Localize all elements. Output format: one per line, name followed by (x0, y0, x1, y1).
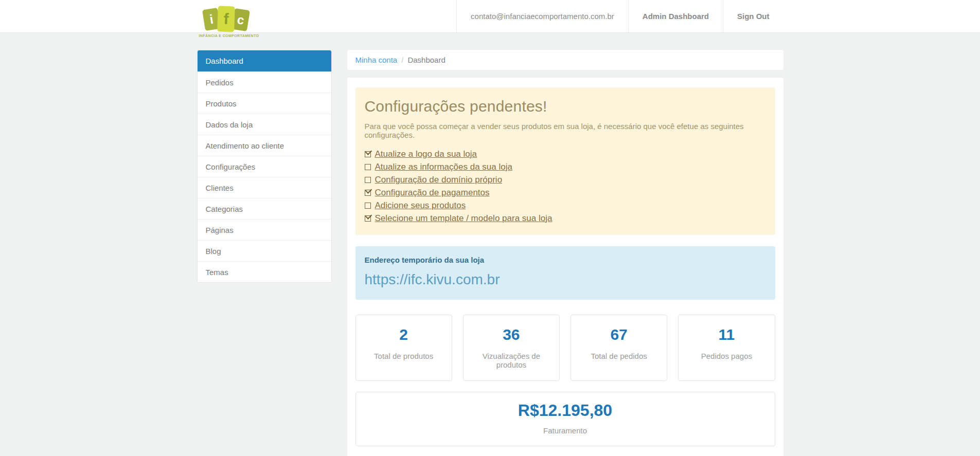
nav-admin-dashboard-link[interactable]: Admin Dashboard (628, 0, 723, 32)
checkbox-icon (365, 151, 371, 157)
top-header: i f c INFÂNCIA E COMPORTAMENTO contato@i… (0, 0, 980, 33)
sidebar-menu: Dashboard Pedidos Produtos Dados da loja… (197, 50, 332, 283)
sidebar-item-configuracoes[interactable]: Configurações (198, 156, 331, 177)
sidebar-item-produtos[interactable]: Produtos (198, 93, 331, 114)
task-selecione-template: Selecione um template / modelo para sua … (365, 212, 766, 225)
sidebar-item-label: Categorias (206, 205, 243, 213)
breadcrumb-separator: / (401, 56, 403, 64)
stat-total-de-pedidos: 67 Total de pedidos (571, 315, 667, 381)
stat-label: Vizualizações de produtos (468, 352, 555, 369)
alert-title: Configurações pendentes! (365, 98, 766, 115)
alert-description: Para que você possa começar a vender seu… (365, 122, 766, 139)
store-address-box: Endereço temporário da sua loja https://… (355, 246, 775, 300)
breadcrumb-minha-conta-link[interactable]: Minha conta (355, 56, 398, 64)
stat-total-de-produtos: 2 Total de produtos (355, 315, 452, 381)
sidebar-item-dashboard[interactable]: Dashboard (198, 50, 331, 71)
stat-label: Total de produtos (360, 352, 448, 360)
sidebar-item-label: Produtos (206, 99, 237, 108)
revenue-value: R$12.195,80 (360, 401, 771, 420)
stat-value: 11 (683, 326, 770, 343)
ifc-logo-cards-icon: i f c (199, 6, 253, 32)
store-address-label: Endereço temporário da sua loja (365, 256, 766, 264)
sidebar-item-label: Clientes (206, 184, 234, 192)
checkbox-icon (365, 177, 371, 183)
stat-value: 67 (575, 326, 663, 343)
stat-vizualizacoes-de-produtos: 36 Vizualizações de produtos (463, 315, 560, 381)
logo-tagline: INFÂNCIA E COMPORTAMENTO (199, 34, 253, 38)
sidebar-item-categorias[interactable]: Categorias (198, 198, 331, 219)
sidebar-item-clientes[interactable]: Clientes (198, 177, 331, 198)
dashboard-panel: Configurações pendentes! Para que você p… (347, 78, 783, 456)
sidebar-item-paginas[interactable]: Páginas (198, 219, 331, 240)
nav-sign-out-link[interactable]: Sign Out (723, 0, 783, 32)
nav-account-email[interactable]: contato@infanciaecomportamento.com.br (456, 0, 628, 32)
config-task-link[interactable]: Configuração de domínio próprio (375, 175, 503, 185)
checkbox-icon (365, 164, 371, 170)
header-nav: contato@infanciaecomportamento.com.br Ad… (456, 0, 783, 32)
sidebar-item-label: Atendimento ao cliente (206, 141, 284, 150)
task-atualize-informacoes: Atualize as informações da sua loja (365, 160, 766, 173)
sidebar-item-dados-da-loja[interactable]: Dados da loja (198, 114, 331, 135)
sidebar-item-label: Pedidos (206, 78, 234, 87)
sidebar-item-label: Configurações (206, 162, 256, 171)
revenue-label: Faturamento (360, 426, 771, 435)
sidebar-item-label: Blog (206, 247, 221, 256)
sidebar-item-label: Páginas (206, 226, 234, 234)
ifc-logo[interactable]: i f c INFÂNCIA E COMPORTAMENTO (199, 6, 261, 39)
logo-letter-i: i (208, 12, 214, 27)
logo-card-f: f (217, 6, 235, 32)
task-dominio-proprio: Configuração de domínio próprio (365, 173, 766, 186)
config-task-link[interactable]: Atualize a logo da sua loja (375, 149, 477, 159)
breadcrumb: Minha conta/Dashboard (347, 50, 783, 70)
stats-row: 2 Total de produtos 36 Vizualizações de … (355, 315, 775, 381)
config-task-link[interactable]: Selecione um template / modelo para sua … (375, 213, 553, 224)
sidebar-item-blog[interactable]: Blog (198, 240, 331, 261)
logo-letter-c: c (236, 12, 245, 28)
stat-pedidos-pagos: 11 Pedidos pagos (678, 315, 775, 381)
task-atualize-a-logo: Atualize a logo da sua loja (365, 148, 766, 160)
sidebar-item-temas[interactable]: Temas (198, 261, 331, 282)
breadcrumb-current-page: Dashboard (407, 56, 445, 64)
sidebar-item-pedidos[interactable]: Pedidos (198, 71, 331, 93)
main-content: Minha conta/Dashboard Configurações pend… (347, 50, 783, 456)
stat-label: Total de pedidos (575, 352, 663, 360)
pending-configurations-alert: Configurações pendentes! Para que você p… (355, 87, 775, 235)
sidebar-item-label: Temas (206, 268, 228, 277)
stat-label: Pedidos pagos (683, 352, 770, 360)
task-pagamentos: Configuração de pagamentos (365, 186, 766, 199)
stat-value: 36 (468, 326, 555, 343)
revenue-card: R$12.195,80 Faturamento (355, 392, 775, 446)
config-task-link[interactable]: Configuração de pagamentos (375, 188, 490, 198)
checkbox-icon (365, 203, 371, 209)
sidebar-item-label: Dashboard (206, 57, 243, 65)
sidebar-item-label: Dados da loja (206, 120, 253, 129)
checkbox-icon (365, 190, 371, 196)
task-adicione-produtos: Adicione seus produtos (365, 199, 766, 212)
logo-letter-f: f (223, 10, 228, 28)
sidebar-item-atendimento-ao-cliente[interactable]: Atendimento ao cliente (198, 135, 331, 156)
config-task-link[interactable]: Atualize as informações da sua loja (375, 162, 512, 172)
config-task-list: Atualize a logo da sua loja Atualize as … (365, 148, 766, 225)
store-address-url-link[interactable]: https://ifc.kivu.com.br (365, 271, 500, 288)
checkbox-icon (365, 215, 371, 222)
config-task-link[interactable]: Adicione seus produtos (375, 200, 466, 211)
stat-value: 2 (360, 326, 448, 343)
